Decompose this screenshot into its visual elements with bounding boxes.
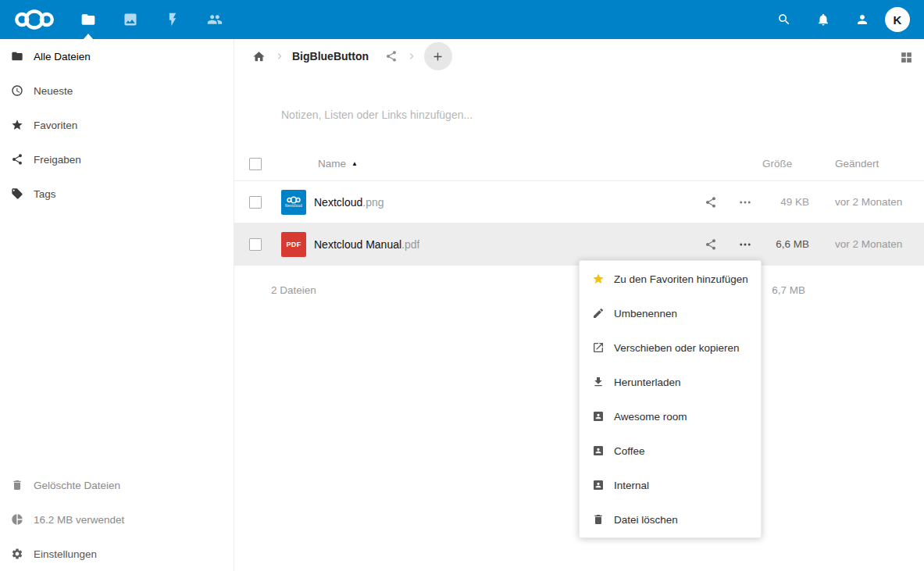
app-navigation	[67, 0, 236, 39]
share-icon	[385, 50, 398, 62]
app-activity-button[interactable]	[152, 0, 194, 39]
summary-file-count: 2 Dateien	[271, 284, 316, 296]
clock-icon	[11, 84, 23, 97]
menu-item-label: Umbenennen	[614, 308, 677, 319]
menu-item-label: Datei löschen	[614, 514, 678, 526]
sidebar-item-label: Freigaben	[34, 154, 81, 166]
app-files-button[interactable]	[67, 0, 109, 39]
files-main-view: BigBlueButton Notizen, Listen oder Links…	[234, 39, 924, 571]
name-header-cell: Name ▲	[281, 158, 661, 170]
share-file-button[interactable]	[694, 227, 728, 262]
menu-item-delete-file[interactable]: Datei löschen	[580, 502, 761, 537]
notes-input[interactable]: Notizen, Listen oder Links hinzufügen...	[281, 103, 687, 127]
share-icon	[705, 238, 717, 251]
grid-icon	[900, 51, 913, 64]
select-all-checkbox[interactable]	[249, 158, 262, 170]
search-button[interactable]	[765, 0, 804, 39]
menu-item-awesome-room[interactable]: Awesome room	[580, 399, 761, 434]
new-file-button[interactable]	[424, 42, 452, 70]
notifications-button[interactable]	[804, 0, 843, 39]
file-thumbnail-pdf[interactable]: PDF	[281, 232, 306, 257]
star-icon	[11, 119, 23, 131]
file-modified: vor 2 Monaten	[825, 196, 924, 208]
avatar-initial: K	[894, 13, 902, 27]
sidebar-item-all-files[interactable]: Alle Dateien	[0, 39, 234, 73]
nextcloud-logo-icon	[9, 9, 59, 30]
three-dots-icon	[738, 237, 752, 252]
sidebar-item-recent[interactable]: Neueste	[0, 73, 234, 108]
breadcrumb-current-folder[interactable]: BigBlueButton	[292, 50, 369, 62]
sidebar-item-label: Gelöschte Dateien	[34, 480, 120, 491]
sidebar-item-shares[interactable]: Freigaben	[0, 142, 234, 177]
menu-item-move-or-copy[interactable]: Verschieben oder kopieren	[580, 330, 761, 365]
star-icon	[592, 273, 605, 285]
menu-item-add-to-favorites[interactable]: Zu den Favoriten hinzufügen	[580, 262, 761, 296]
table-row[interactable]: Nextcloud Nextcloud.png 49 KB vor 2 Mona…	[234, 181, 924, 223]
file-basename: Nextcloud	[314, 196, 362, 209]
sidebar-footer: Gelöschte Dateien 16.2 MB verwendet Eins…	[0, 468, 234, 571]
user-icon	[855, 12, 869, 27]
file-actions-context-menu: Zu den Favoriten hinzufügen Umbenennen V…	[579, 260, 762, 538]
quota-label: 16.2 MB verwendet	[34, 514, 124, 526]
sidebar-item-label: Neueste	[34, 85, 73, 97]
folder-icon	[11, 50, 23, 62]
app-photos-button[interactable]	[109, 0, 152, 39]
menu-item-download[interactable]: Herunterladen	[580, 365, 761, 399]
sidebar-item-favorites[interactable]: Favoriten	[0, 108, 234, 142]
row-checkbox[interactable]	[249, 238, 262, 251]
size-column-header[interactable]: Größe	[762, 158, 825, 170]
file-name[interactable]: Nextcloud Manual.pdf	[314, 238, 419, 251]
sidebar-item-label: Alle Dateien	[34, 51, 91, 62]
more-actions-button[interactable]	[728, 227, 762, 262]
tag-icon	[11, 187, 23, 200]
menu-item-rename[interactable]: Umbenennen	[580, 296, 761, 330]
row-checkbox[interactable]	[249, 196, 262, 209]
menu-item-label: Coffee	[614, 445, 645, 457]
menu-item-label: Awesome room	[614, 411, 687, 423]
trash-icon	[11, 479, 23, 491]
menu-item-label: Zu den Favoriten hinzufügen	[614, 273, 748, 285]
select-all-cell	[234, 158, 281, 170]
file-basename: Nextcloud Manual	[314, 238, 401, 251]
file-thumbnail-nextcloud-png[interactable]: Nextcloud	[281, 190, 306, 215]
nextcloud-logo-icon	[285, 196, 302, 204]
thumbnail-label: Nextcloud	[285, 204, 302, 209]
more-actions-button[interactable]	[728, 185, 762, 219]
pencil-icon	[592, 307, 605, 319]
contacts-menu-button[interactable]	[843, 0, 882, 39]
sidebar-item-settings[interactable]: Einstellungen	[0, 537, 234, 571]
table-row[interactable]: PDF Nextcloud Manual.pdf 6,6 MB vor 2 Mo…	[234, 223, 924, 266]
menu-item-label: Verschieben oder kopieren	[614, 342, 740, 354]
menu-item-internal-room[interactable]: Internal	[580, 468, 761, 502]
file-name[interactable]: Nextcloud.png	[314, 196, 384, 209]
row-name-cell: Nextcloud Nextcloud.png	[281, 190, 661, 215]
share-icon	[705, 196, 717, 209]
sidebar-item-label: Favoriten	[34, 120, 77, 131]
file-list-header: Name ▲ Größe Geändert	[234, 147, 924, 181]
file-modified: vor 2 Monaten	[825, 238, 924, 250]
avatar[interactable]: K	[885, 7, 910, 32]
download-icon	[592, 376, 605, 388]
menu-item-coffee-room[interactable]: Coffee	[580, 434, 761, 468]
grid-view-toggle-button[interactable]	[898, 49, 914, 65]
sidebar-item-label: Tags	[34, 188, 56, 200]
menu-item-label: Herunterladen	[614, 377, 681, 388]
row-select-cell	[234, 196, 281, 209]
sort-by-name-button[interactable]: Name ▲	[318, 158, 358, 170]
sort-ascending-icon: ▲	[351, 161, 358, 167]
sidebar-item-tags[interactable]: Tags	[0, 177, 234, 211]
share-file-button[interactable]	[694, 185, 728, 219]
modified-column-header[interactable]: Geändert	[825, 158, 924, 170]
share-folder-button[interactable]	[380, 45, 403, 68]
plus-icon	[431, 50, 444, 63]
sidebar-item-deleted-files[interactable]: Gelöschte Dateien	[0, 468, 234, 502]
nextcloud-logo[interactable]	[9, 9, 59, 30]
breadcrumb-home-button[interactable]	[246, 44, 271, 69]
file-size: 49 KB	[762, 196, 825, 208]
app-contacts-button[interactable]	[194, 0, 236, 39]
file-size: 6,6 MB	[762, 238, 825, 250]
sidebar-item-quota[interactable]: 16.2 MB verwendet	[0, 502, 234, 537]
menu-item-label: Internal	[614, 480, 649, 491]
trash-icon	[592, 513, 605, 526]
image-icon	[123, 12, 138, 27]
